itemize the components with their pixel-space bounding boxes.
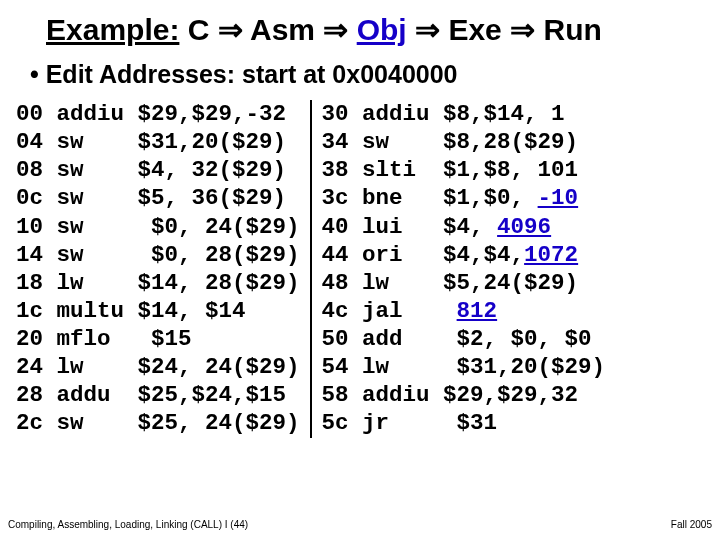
code-op: lw bbox=[362, 354, 443, 380]
code-line: 44 ori $4,$4,1072 bbox=[322, 241, 606, 269]
code-op: bne bbox=[362, 185, 443, 211]
code-addr: 34 bbox=[322, 129, 363, 155]
code-addr: 50 bbox=[322, 326, 363, 352]
code-line: 08 sw $4, 32($29) bbox=[16, 156, 300, 184]
code-addr: 18 bbox=[16, 270, 57, 296]
code-line: 3c bne $1,$0, -10 bbox=[322, 184, 606, 212]
code-args: $25, 24($29) bbox=[138, 410, 300, 436]
code-line: 10 sw $0, 24($29) bbox=[16, 213, 300, 241]
code-op: sw bbox=[57, 410, 138, 436]
code-args: $5,24($29) bbox=[443, 270, 578, 296]
code-op: lui bbox=[362, 214, 443, 240]
title-example: Example: bbox=[46, 13, 179, 46]
code-args: $24, 24($29) bbox=[138, 354, 300, 380]
code-addr: 44 bbox=[322, 242, 363, 268]
code-line: 34 sw $8,28($29) bbox=[322, 128, 606, 156]
code-op: lw bbox=[362, 270, 443, 296]
code-addr: 58 bbox=[322, 382, 363, 408]
slide-title: Example: C ⇒ Asm ⇒ Obj ⇒ Exe ⇒ Run bbox=[46, 12, 704, 47]
code-addr: 38 bbox=[322, 157, 363, 183]
code-args: $31 bbox=[443, 410, 497, 436]
slide: Example: C ⇒ Asm ⇒ Obj ⇒ Exe ⇒ Run • Edi… bbox=[0, 0, 720, 540]
code-line: 28 addu $25,$24,$15 bbox=[16, 381, 300, 409]
edited-value: 1072 bbox=[524, 242, 578, 268]
code-line: 20 mflo $15 bbox=[16, 325, 300, 353]
code-args: $2, $0, $0 bbox=[443, 326, 592, 352]
code-line: 0c sw $5, 36($29) bbox=[16, 184, 300, 212]
arrow-icon: ⇒ bbox=[415, 13, 440, 46]
code-line: 04 sw $31,20($29) bbox=[16, 128, 300, 156]
code-args bbox=[443, 298, 457, 324]
arrow-icon: ⇒ bbox=[323, 13, 348, 46]
code-line: 50 add $2, $0, $0 bbox=[322, 325, 606, 353]
code-addr: 5c bbox=[322, 410, 363, 436]
code-addr: 30 bbox=[322, 101, 363, 127]
code-line: 1c multu $14, $14 bbox=[16, 297, 300, 325]
code-line: 48 lw $5,24($29) bbox=[322, 269, 606, 297]
code-op: mflo bbox=[57, 326, 138, 352]
code-line: 5c jr $31 bbox=[322, 409, 606, 437]
code-addr: 04 bbox=[16, 129, 57, 155]
code-columns: 00 addiu $29,$29,-3204 sw $31,20($29)08 … bbox=[16, 100, 704, 438]
code-addr: 40 bbox=[322, 214, 363, 240]
title-run: Run bbox=[543, 13, 601, 46]
code-line: 38 slti $1,$8, 101 bbox=[322, 156, 606, 184]
code-op: jal bbox=[362, 298, 443, 324]
code-op: addiu bbox=[362, 382, 443, 408]
code-op: add bbox=[362, 326, 443, 352]
code-op: sw bbox=[57, 157, 138, 183]
code-op: lw bbox=[57, 354, 138, 380]
code-addr: 14 bbox=[16, 242, 57, 268]
code-op: addiu bbox=[362, 101, 443, 127]
code-addr: 4c bbox=[322, 298, 363, 324]
code-op: sw bbox=[57, 185, 138, 211]
code-line: 14 sw $0, 28($29) bbox=[16, 241, 300, 269]
code-args: $4, 32($29) bbox=[138, 157, 287, 183]
code-args: $1,$0, bbox=[443, 185, 538, 211]
code-column-right: 30 addiu $8,$14, 134 sw $8,28($29)38 slt… bbox=[312, 100, 606, 438]
arrow-icon: ⇒ bbox=[218, 13, 243, 46]
code-line: 58 addiu $29,$29,32 bbox=[322, 381, 606, 409]
code-addr: 08 bbox=[16, 157, 57, 183]
edited-value: 4096 bbox=[497, 214, 551, 240]
code-line: 18 lw $14, 28($29) bbox=[16, 269, 300, 297]
code-addr: 3c bbox=[322, 185, 363, 211]
code-line: 2c sw $25, 24($29) bbox=[16, 409, 300, 437]
code-args: $14, 28($29) bbox=[138, 270, 300, 296]
code-addr: 2c bbox=[16, 410, 57, 436]
code-op: multu bbox=[57, 298, 138, 324]
code-args: $25,$24,$15 bbox=[138, 382, 287, 408]
code-args: $0, 28($29) bbox=[138, 242, 300, 268]
code-args: $4, bbox=[443, 214, 497, 240]
code-op: addiu bbox=[57, 101, 138, 127]
title-asm: Asm bbox=[250, 13, 315, 46]
code-op: sw bbox=[362, 129, 443, 155]
code-op: ori bbox=[362, 242, 443, 268]
code-args: $31,20($29) bbox=[138, 129, 287, 155]
code-line: 00 addiu $29,$29,-32 bbox=[16, 100, 300, 128]
code-addr: 0c bbox=[16, 185, 57, 211]
code-addr: 48 bbox=[322, 270, 363, 296]
code-line: 24 lw $24, 24($29) bbox=[16, 353, 300, 381]
code-args: $29,$29,32 bbox=[443, 382, 578, 408]
code-args: $29,$29,-32 bbox=[138, 101, 287, 127]
code-op: addu bbox=[57, 382, 138, 408]
bullet-text: • Edit Addresses: start at 0x0040000 bbox=[30, 60, 458, 89]
code-args: $4,$4, bbox=[443, 242, 524, 268]
code-line: 4c jal 812 bbox=[322, 297, 606, 325]
footer-left: Compiling, Assembling, Loading, Linking … bbox=[8, 519, 248, 530]
code-addr: 1c bbox=[16, 298, 57, 324]
code-column-left: 00 addiu $29,$29,-3204 sw $31,20($29)08 … bbox=[16, 100, 312, 438]
title-exe: Exe bbox=[448, 13, 501, 46]
code-line: 54 lw $31,20($29) bbox=[322, 353, 606, 381]
code-args: $5, 36($29) bbox=[138, 185, 287, 211]
code-args: $14, $14 bbox=[138, 298, 246, 324]
code-op: sw bbox=[57, 129, 138, 155]
code-op: sw bbox=[57, 214, 138, 240]
code-line: 30 addiu $8,$14, 1 bbox=[322, 100, 606, 128]
arrow-icon: ⇒ bbox=[510, 13, 535, 46]
code-addr: 24 bbox=[16, 354, 57, 380]
code-op: sw bbox=[57, 242, 138, 268]
code-addr: 54 bbox=[322, 354, 363, 380]
code-args: $31,20($29) bbox=[443, 354, 605, 380]
